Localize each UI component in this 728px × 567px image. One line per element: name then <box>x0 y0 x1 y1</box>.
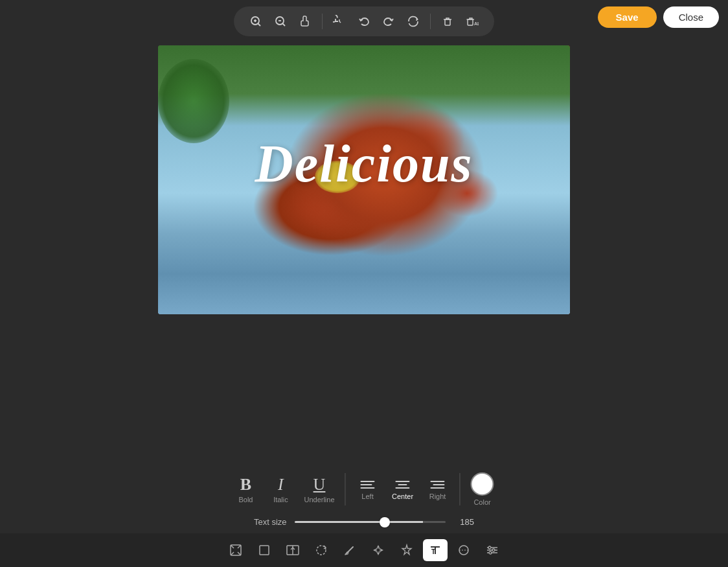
top-toolbar: ALL <box>234 6 494 36</box>
undo-button[interactable] <box>354 12 374 30</box>
svg-marker-26 <box>381 549 383 551</box>
color-circle <box>471 472 494 496</box>
svg-marker-25 <box>373 549 376 551</box>
svg-rect-9 <box>445 19 450 25</box>
text-size-row: Text size 185 <box>254 517 474 527</box>
svg-point-39 <box>489 551 492 554</box>
brush-tool-button[interactable] <box>337 539 362 561</box>
align-center-icon <box>394 478 411 491</box>
transform-tool-button[interactable] <box>366 539 391 561</box>
align-right-icon <box>429 478 446 491</box>
text-style-group: B Bold I Italic U Underline <box>229 471 339 507</box>
close-button[interactable]: Close <box>663 6 719 28</box>
svg-marker-24 <box>377 553 380 555</box>
svg-point-22 <box>317 546 326 555</box>
bottom-toolbar: T <box>0 533 728 567</box>
history-button[interactable] <box>329 12 350 30</box>
delete-all-button[interactable]: ALL <box>462 12 483 30</box>
redo-button[interactable] <box>378 12 399 30</box>
text-tool-button[interactable]: T <box>423 539 448 561</box>
svg-marker-23 <box>377 545 380 548</box>
format-divider-2 <box>460 473 461 505</box>
shape-tool-button[interactable] <box>394 539 419 561</box>
format-divider-1 <box>345 473 346 505</box>
save-button[interactable]: Save <box>598 6 657 28</box>
divider-1 <box>322 14 323 29</box>
svg-line-6 <box>283 24 286 27</box>
settings-tool-button[interactable] <box>480 539 505 561</box>
top-right-actions: Save Close <box>598 6 719 28</box>
alignment-group: Left Center Right <box>351 474 455 504</box>
delete-button[interactable] <box>437 12 458 30</box>
crop-tool-button[interactable] <box>252 539 277 561</box>
svg-line-3 <box>258 24 261 27</box>
color-picker-button[interactable]: Color <box>466 470 499 509</box>
svg-text:T: T <box>431 548 435 555</box>
edit-tool-button[interactable] <box>223 539 248 561</box>
zoom-out-button[interactable] <box>270 12 291 30</box>
format-toolbar: B Bold I Italic U Underline Left Center <box>229 470 499 509</box>
compare-tool-button[interactable] <box>280 539 305 561</box>
circle-tool-button[interactable] <box>451 539 476 561</box>
align-center-button[interactable]: Center <box>386 474 420 504</box>
svg-marker-28 <box>402 545 411 555</box>
text-size-slider[interactable] <box>295 521 446 523</box>
underline-button[interactable]: U Underline <box>299 471 339 507</box>
image-background <box>158 45 570 314</box>
svg-point-38 <box>492 549 495 551</box>
canvas-area: Delicious <box>158 45 570 314</box>
align-right-button[interactable]: Right <box>421 474 455 504</box>
text-size-label: Text size <box>254 517 287 527</box>
zoom-in-button[interactable] <box>245 12 266 30</box>
svg-line-8 <box>339 21 341 23</box>
align-left-icon <box>359 478 376 491</box>
svg-text:ALL: ALL <box>474 21 479 26</box>
svg-point-37 <box>488 546 491 549</box>
text-size-value: 185 <box>453 517 474 527</box>
svg-rect-11 <box>468 19 473 25</box>
svg-point-32 <box>459 546 468 555</box>
svg-rect-19 <box>260 546 269 555</box>
rotate-tool-button[interactable] <box>309 539 334 561</box>
svg-rect-27 <box>376 548 380 552</box>
italic-button[interactable]: I Italic <box>264 471 297 507</box>
divider-2 <box>430 14 431 29</box>
pan-button[interactable] <box>295 12 315 30</box>
align-left-button[interactable]: Left <box>351 474 385 504</box>
bold-button[interactable]: B Bold <box>229 471 262 507</box>
canvas-image[interactable]: Delicious <box>158 45 570 314</box>
refresh-button[interactable] <box>403 12 424 30</box>
